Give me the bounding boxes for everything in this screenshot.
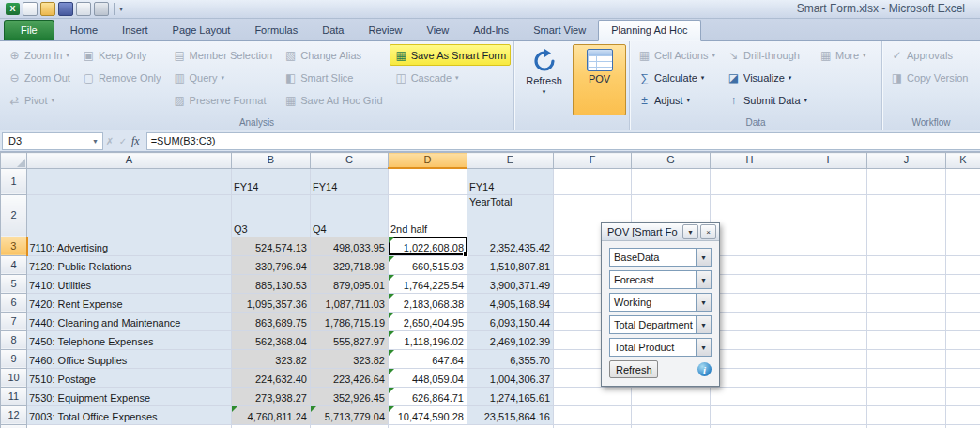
pov-button[interactable]: POV <box>573 44 626 115</box>
row-header-11[interactable]: 11 <box>1 387 27 405</box>
cell-K12[interactable] <box>946 405 980 424</box>
tab-view[interactable]: View <box>415 21 462 40</box>
customize-qat-icon[interactable]: ▾ <box>119 5 123 13</box>
cell-C3[interactable]: 498,033.95 <box>311 237 389 255</box>
save-ad-hoc-grid-button[interactable]: ▦Save Ad Hoc Grid <box>279 89 387 111</box>
new-workbook-icon[interactable] <box>23 2 38 16</box>
cell-J11[interactable] <box>867 387 946 405</box>
cell-H7[interactable] <box>711 312 789 330</box>
cell-I13[interactable] <box>789 424 867 428</box>
cell-K1[interactable] <box>946 168 980 194</box>
cell-D7[interactable]: 2,650,404.95 <box>389 312 467 330</box>
cell-I1[interactable] <box>789 168 867 194</box>
cell-K5[interactable] <box>946 274 980 293</box>
cell-D9[interactable]: 647.64 <box>389 349 467 368</box>
change-alias-button[interactable]: ▧Change Alias <box>279 44 387 66</box>
cell-J13[interactable] <box>867 424 946 428</box>
cell-E12[interactable]: 23,515,864.16 <box>467 405 554 424</box>
pov-member-select-total-department[interactable]: Total Department▼ <box>609 315 712 334</box>
cell-I2[interactable] <box>789 194 867 237</box>
drill-through-button[interactable]: ↘Drill-through <box>722 44 812 66</box>
column-header-G[interactable]: G <box>632 153 711 169</box>
combo-dropdown-icon[interactable]: ▼ <box>696 271 711 288</box>
adjust-button[interactable]: ±Adjust▾ <box>633 89 720 111</box>
column-header-J[interactable]: J <box>867 153 946 169</box>
cell-C11[interactable]: 352,926.45 <box>311 387 389 405</box>
cell-I6[interactable] <box>789 293 867 312</box>
smart-slice-button[interactable]: ◧Smart Slice <box>279 67 387 88</box>
cell-H5[interactable] <box>711 274 789 293</box>
tab-home[interactable]: Home <box>58 21 110 40</box>
cell-K6[interactable] <box>946 293 980 312</box>
row-header-13[interactable]: 13 <box>1 424 27 428</box>
submit-data-button[interactable]: ↑Submit Data▾ <box>722 89 812 111</box>
cell-B13[interactable] <box>232 424 311 428</box>
cell-E10[interactable]: 1,004,306.37 <box>467 368 554 387</box>
cell-B12[interactable]: 4,760,811.24 <box>232 405 311 424</box>
cell-I12[interactable] <box>789 405 867 424</box>
cell-A10[interactable]: 7510: Postage <box>27 368 232 387</box>
cell-A4[interactable]: 7120: Public Relations <box>27 255 232 274</box>
tab-planning-ad-hoc[interactable]: Planning Ad Hoc <box>598 20 700 41</box>
select-all-corner[interactable] <box>1 153 27 169</box>
cell-H2[interactable] <box>711 194 789 237</box>
column-header-H[interactable]: H <box>711 153 789 169</box>
cell-J9[interactable] <box>867 349 946 368</box>
column-header-C[interactable]: C <box>311 153 389 169</box>
cell-I8[interactable] <box>789 330 867 349</box>
row-header-7[interactable]: 7 <box>1 312 27 330</box>
tab-smart-view[interactable]: Smart View <box>521 21 598 40</box>
cell-A9[interactable]: 7460: Office Supplies <box>27 349 232 368</box>
row-header-2[interactable]: 2 <box>1 194 27 237</box>
cell-A2[interactable] <box>27 194 232 237</box>
cell-H10[interactable] <box>711 368 789 387</box>
cell-C9[interactable]: 323.82 <box>311 349 389 368</box>
tab-data[interactable]: Data <box>310 21 356 40</box>
column-header-B[interactable]: B <box>232 153 311 169</box>
row-header-10[interactable]: 10 <box>1 368 27 387</box>
cell-B8[interactable]: 562,368.04 <box>232 330 311 349</box>
cell-F12[interactable] <box>554 405 632 424</box>
save-icon[interactable] <box>58 2 73 16</box>
cell-B10[interactable]: 224,632.40 <box>232 368 311 387</box>
column-header-F[interactable]: F <box>554 153 632 169</box>
combo-dropdown-icon[interactable]: ▼ <box>696 316 711 333</box>
cell-C4[interactable]: 329,718.98 <box>311 255 389 274</box>
name-box-dropdown-icon[interactable]: ▼ <box>88 138 102 145</box>
cell-H1[interactable] <box>711 168 789 194</box>
tab-insert[interactable]: Insert <box>110 21 161 40</box>
cell-C10[interactable]: 223,426.64 <box>311 368 389 387</box>
formula-input[interactable]: =SUM(B3:C3) <box>146 132 980 150</box>
cell-A11[interactable]: 7530: Equipment Expense <box>27 387 232 405</box>
cell-K10[interactable] <box>946 368 980 387</box>
row-header-12[interactable]: 12 <box>1 405 27 424</box>
cell-J12[interactable] <box>867 405 946 424</box>
cell-G1[interactable] <box>632 168 711 194</box>
remove-only-button[interactable]: ▢Remove Only <box>77 67 166 88</box>
query-button[interactable]: ▥Query▾ <box>168 67 278 88</box>
row-header-4[interactable]: 4 <box>1 255 27 274</box>
cell-C12[interactable]: 5,713,779.04 <box>311 405 389 424</box>
row-header-6[interactable]: 6 <box>1 293 27 312</box>
cell-J2[interactable] <box>867 194 946 237</box>
cell-J7[interactable] <box>867 312 946 330</box>
cell-D11[interactable]: 626,864.71 <box>389 387 467 405</box>
cell-I4[interactable] <box>789 255 867 274</box>
cell-I5[interactable] <box>789 274 867 293</box>
cell-H12[interactable] <box>711 405 789 424</box>
more-button[interactable]: ▦More▾ <box>814 44 871 66</box>
cell-H9[interactable] <box>711 349 789 368</box>
cell-J1[interactable] <box>867 168 946 194</box>
cell-D12[interactable]: 10,474,590.28 <box>389 405 467 424</box>
cell-A1[interactable] <box>27 168 232 194</box>
cell-D3[interactable]: 1,022,608.08 <box>389 237 467 255</box>
insert-function-icon[interactable]: fx <box>130 134 146 148</box>
cascade-button[interactable]: ◫Cascade▾ <box>390 67 511 88</box>
member-selection-button[interactable]: ▤Member Selection <box>168 44 278 66</box>
cell-D1[interactable] <box>389 168 467 194</box>
cell-A5[interactable]: 7410: Utilities <box>27 274 232 293</box>
column-header-E[interactable]: E <box>467 153 554 169</box>
copy-version-button[interactable]: ◨Copy Version <box>885 67 972 88</box>
row-header-5[interactable]: 5 <box>1 274 27 293</box>
cell-I11[interactable] <box>789 387 867 405</box>
